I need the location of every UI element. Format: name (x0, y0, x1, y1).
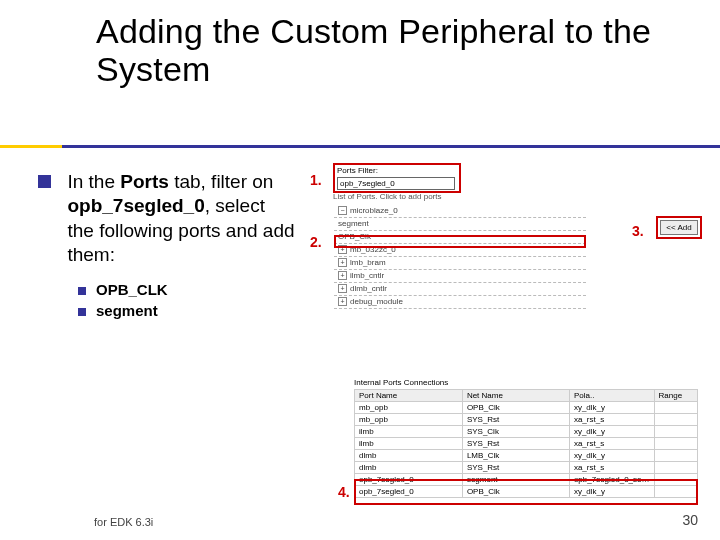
callout-3: 3. (632, 223, 644, 239)
ports-filter-label: Ports Filter: (337, 166, 457, 175)
col-port: Port Name (355, 390, 463, 402)
collapse-icon[interactable]: − (338, 206, 347, 215)
list-item: −microblaze_0 (334, 205, 586, 218)
slide: Adding the Custom Peripheral to the Syst… (0, 0, 720, 540)
table-row: ilmbSYS_Clkxy_dlk_y (355, 426, 698, 438)
bullet-icon (78, 287, 86, 295)
col-net: Net Name (462, 390, 569, 402)
expand-icon[interactable]: + (338, 297, 347, 306)
sublist: OPB_CLK segment (78, 281, 318, 319)
table-row: mb_opbSYS_Rstxa_rst_s (355, 414, 698, 426)
bullet-icon (78, 308, 86, 316)
list-item: +debug_module (334, 296, 586, 309)
body-content: In the Ports tab, filter on opb_7segled_… (38, 170, 318, 323)
lead-pre: In the (67, 171, 120, 192)
callout-4: 4. (338, 484, 350, 500)
list-item: +dlmb_cntlr (334, 283, 586, 296)
list-item: +lmb_bram (334, 257, 586, 270)
list-item[interactable]: segment (334, 218, 586, 231)
callout-1: 1. (310, 172, 322, 188)
callout-2: 2. (310, 234, 322, 250)
lead-b2: opb_7segled_0 (67, 195, 204, 216)
lead-text: In the Ports tab, filter on opb_7segled_… (67, 170, 295, 267)
expand-icon[interactable]: + (338, 284, 347, 293)
expand-icon[interactable]: + (338, 271, 347, 280)
list-item: +ilmb_cntlr (334, 270, 586, 283)
sub-b: segment (96, 302, 158, 319)
table-row: ilmbSYS_Rstxa_rst_s (355, 438, 698, 450)
slide-title: Adding the Custom Peripheral to the Syst… (18, 0, 702, 88)
ports-list[interactable]: −microblaze_0 segment OPB_Clk +mb_032zc_… (334, 205, 586, 355)
list-item[interactable]: OPB_Clk (334, 231, 586, 244)
col-pola: Pola.. (569, 390, 654, 402)
slide-number: 30 (682, 512, 698, 528)
table-row: dlmbLMB_Clkxy_dlk_y (355, 450, 698, 462)
lead-b1: Ports (120, 171, 169, 192)
list-item: +mb_032zc_0 (334, 244, 586, 257)
col-range: Range (654, 390, 697, 402)
footer-left: for EDK 6.3i (94, 516, 153, 528)
table-row: opb_7segled_0segmentopb_7segled_0_se… (355, 474, 698, 486)
list-header: List of Ports. Click to add ports (333, 192, 442, 201)
accent-bar (0, 145, 720, 148)
sub-a: OPB_CLK (96, 281, 168, 298)
table-row: dlmbSYS_Rstxa_rst_s (355, 462, 698, 474)
table-header-row: Port Name Net Name Pola.. Range (355, 390, 698, 402)
add-button[interactable]: << Add (660, 220, 698, 235)
expand-icon[interactable]: + (338, 245, 347, 254)
table-title: Internal Ports Connections (354, 378, 448, 387)
ports-filter-input[interactable]: opb_7segled_0 (337, 177, 455, 190)
ports-filter-screenshot: Ports Filter: opb_7segled_0 List of Port… (330, 163, 598, 359)
internal-ports-screenshot: Internal Ports Connections Port Name Net… (354, 378, 704, 506)
table-row: mb_opbOPB_Clkxy_dlk_y (355, 402, 698, 414)
lead-mid1: tab, filter on (169, 171, 274, 192)
ports-filter-box: Ports Filter: opb_7segled_0 (333, 163, 461, 193)
bullet-icon (38, 175, 51, 188)
ports-table: Port Name Net Name Pola.. Range mb_opbOP… (354, 389, 698, 498)
expand-icon[interactable]: + (338, 258, 347, 267)
table-row: opb_7segled_0OPB_Clkxy_dlk_y (355, 486, 698, 498)
